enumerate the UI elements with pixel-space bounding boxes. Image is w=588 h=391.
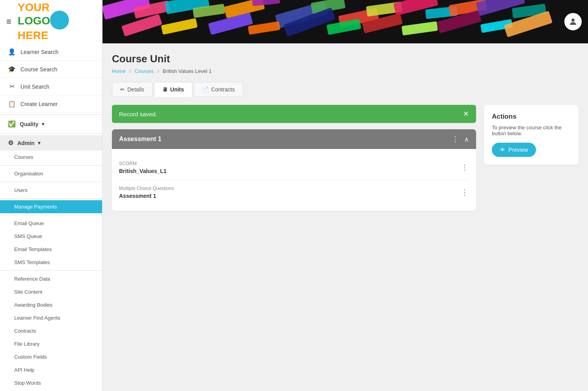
quality-icon: ✅	[8, 120, 16, 128]
sidebar-item-email-queue[interactable]: Email Queue	[0, 217, 102, 230]
preview-button[interactable]: 👁 Preview	[492, 143, 536, 157]
admin-chevron: ▼	[37, 140, 42, 146]
unit-card-title: Assessment 1	[119, 136, 162, 143]
header: ≡ YOUR LOGO HERE	[0, 0, 588, 43]
header-banner	[102, 0, 588, 43]
sidebar-item-contracts[interactable]: Contracts	[0, 324, 102, 337]
sidebar-item-email-templates[interactable]: Email Templates	[0, 243, 102, 256]
tab-details-label: Details	[127, 86, 144, 93]
units-tab-icon: 🖥	[162, 86, 168, 93]
preview-label: Preview	[508, 147, 528, 153]
svg-rect-15	[121, 14, 162, 37]
sidebar-item-label: Course Search	[20, 66, 57, 73]
content-row: Record saved. ✕ Assessment 1 ⋮ ∧	[112, 105, 579, 217]
unit-card-body: SCORM British_Values_L1 ⋮ Multiple Choic…	[112, 149, 476, 211]
sidebar-item-awarding-bodies[interactable]: Awarding Bodies	[0, 298, 102, 311]
alert-message: Record saved.	[119, 111, 157, 117]
sidebar-divider	[0, 114, 102, 115]
unit-item-scorm-menu-icon[interactable]: ⋮	[461, 163, 469, 172]
details-tab-icon: ✏	[120, 86, 125, 93]
svg-point-26	[571, 19, 575, 22]
sidebar-item-users[interactable]: Users	[0, 184, 102, 197]
admin-label: Admin	[17, 140, 35, 146]
actions-panel: Actions To preview the course click the …	[484, 105, 579, 165]
unit-item-mcq-info: Multiple Choice Questions Assessment 1	[119, 186, 461, 199]
tab-contracts[interactable]: 📄 Contracts	[194, 82, 243, 97]
admin-icon: ⚙	[8, 139, 13, 147]
sidebar-item-stop-words[interactable]: Stop Words	[0, 376, 102, 389]
svg-rect-18	[248, 21, 280, 35]
contracts-tab-icon: 📄	[202, 86, 209, 93]
unit-item-scorm-type: SCORM	[119, 161, 461, 166]
breadcrumb-courses[interactable]: Courses	[135, 68, 154, 74]
sidebar-item-unit-search[interactable]: ✂ Unit Search	[0, 78, 102, 95]
sidebar-group-quality[interactable]: ✅ Quality ▼	[0, 116, 102, 132]
sidebar-item-label: Create Learner	[20, 101, 58, 107]
unit-card-collapse-icon[interactable]: ∧	[464, 136, 469, 143]
avatar[interactable]	[564, 13, 582, 30]
sidebar-item-learner-search[interactable]: 👤 Learner Search	[0, 43, 102, 61]
preview-icon: 👁	[500, 147, 505, 153]
main-content: Course Unit Home / Courses / British Val…	[102, 43, 588, 391]
sidebar-item-reference-data[interactable]: Reference Data	[0, 272, 102, 285]
quality-chevron: ▼	[41, 121, 45, 127]
alert-close-button[interactable]: ✕	[463, 110, 469, 117]
sidebar-item-file-library[interactable]: File Library	[0, 337, 102, 350]
sidebar-item-site-content[interactable]: Site Content	[0, 285, 102, 298]
create-learner-icon: 📋	[8, 100, 16, 108]
tab-units[interactable]: 🖥 Units	[154, 82, 192, 97]
sidebar-item-learner-find-agents[interactable]: Learner Find Agents	[0, 311, 102, 324]
logo-logo: LOGO	[18, 15, 50, 27]
sidebar-item-moderation-report-form[interactable]: Moderation Report Form	[0, 389, 102, 391]
d4	[0, 182, 102, 182]
menu-toggle[interactable]: ≡	[6, 17, 11, 27]
unit-item-mcq-name: Assessment 1	[119, 193, 461, 199]
user-icon: 👤	[8, 48, 16, 56]
page-title: Course Unit	[112, 53, 579, 65]
content-main: Record saved. ✕ Assessment 1 ⋮ ∧	[112, 105, 476, 217]
sidebar-item-label: Learner Search	[20, 49, 59, 55]
tab-details[interactable]: ✏ Details	[112, 82, 153, 97]
breadcrumb: Home / Courses / British Values Level 1	[112, 68, 579, 74]
sidebar-item-sms-queue[interactable]: SMS Queue	[0, 230, 102, 243]
d5	[0, 198, 102, 199]
unit-item-scorm: SCORM British_Values_L1 ⋮	[119, 155, 469, 180]
unit-icon: ✂	[8, 83, 16, 90]
course-icon: 🎓	[8, 65, 16, 73]
breadcrumb-sep-1: /	[129, 68, 131, 74]
svg-rect-22	[402, 21, 438, 35]
actions-panel-description: To preview the course click the button b…	[492, 125, 571, 136]
sidebar-item-label: Unit Search	[20, 84, 49, 90]
header-left: ≡ YOUR LOGO HERE	[0, 0, 102, 43]
sidebar-item-courses[interactable]: Courses	[0, 151, 102, 164]
unit-card-actions: ⋮ ∧	[452, 135, 469, 143]
layout: 👤 Learner Search 🎓 Course Search ✂ Unit …	[0, 43, 588, 391]
sidebar-item-sms-templates[interactable]: SMS Templates	[0, 256, 102, 269]
unit-card-header: Assessment 1 ⋮ ∧	[112, 129, 476, 149]
breadcrumb-home[interactable]: Home	[112, 68, 126, 74]
d6	[0, 215, 102, 215]
unit-card: Assessment 1 ⋮ ∧ SCORM British_Values_L1	[112, 129, 476, 211]
sidebar-item-custom-fields[interactable]: Custom Fields	[0, 350, 102, 363]
svg-rect-5	[252, 0, 280, 6]
d3	[0, 165, 102, 166]
tab-contracts-label: Contracts	[211, 86, 235, 93]
logo-your: YOUR	[18, 1, 50, 13]
sidebar-item-organisation[interactable]: Organisation	[0, 167, 102, 180]
unit-item-mcq-type: Multiple Choice Questions	[119, 186, 461, 191]
breadcrumb-current: British Values Level 1	[163, 68, 212, 74]
unit-item-mcq-menu-icon[interactable]: ⋮	[461, 188, 469, 197]
svg-rect-16	[161, 18, 197, 35]
unit-card-menu-icon[interactable]: ⋮	[452, 135, 460, 143]
sidebar-item-manage-payments[interactable]: Manage Payments	[0, 200, 102, 213]
sidebar-group-admin[interactable]: ⚙ Admin ▼	[0, 135, 102, 151]
logo-here: HERE	[18, 29, 48, 41]
sidebar-item-course-search[interactable]: 🎓 Course Search	[0, 61, 102, 78]
unit-item-scorm-info: SCORM British_Values_L1	[119, 161, 461, 174]
unit-item-scorm-name: British_Values_L1	[119, 168, 461, 174]
tabs: ✏ Details 🖥 Units 📄 Contracts	[112, 82, 579, 97]
sidebar-item-create-learner[interactable]: 📋 Create Learner	[0, 95, 102, 113]
sidebar-item-api-help[interactable]: API Help	[0, 363, 102, 376]
logo: YOUR LOGO HERE	[18, 2, 69, 42]
quality-label: Quality	[20, 121, 38, 127]
